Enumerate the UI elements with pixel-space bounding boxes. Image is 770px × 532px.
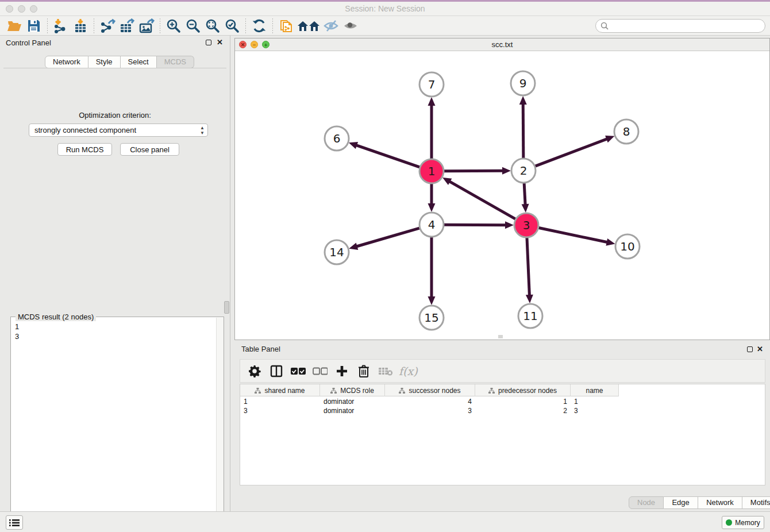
zoom-fit-button[interactable] xyxy=(203,17,222,34)
edge-4-3[interactable] xyxy=(444,225,507,225)
table-row[interactable]: 3dominator323 xyxy=(240,406,619,415)
close-window-button[interactable] xyxy=(6,5,13,13)
save-session-button[interactable] xyxy=(24,17,44,34)
edge-3-10[interactable] xyxy=(539,228,609,242)
import-table-icon xyxy=(73,18,88,33)
edge-3-1[interactable] xyxy=(449,181,515,219)
table-cell[interactable]: 3 xyxy=(385,406,475,415)
column-header-label: MCDS role xyxy=(340,387,374,395)
table-cell[interactable]: 3 xyxy=(571,406,619,415)
attribute-tree-icon xyxy=(399,388,405,394)
table-cell[interactable]: 4 xyxy=(385,397,475,406)
tab-network-table[interactable]: Network Table xyxy=(698,496,742,509)
minimize-network-button[interactable]: − xyxy=(251,41,258,48)
close-network-button[interactable]: ✕ xyxy=(239,41,247,48)
panel-divider-grip[interactable] xyxy=(224,301,229,314)
table-cell[interactable]: 3 xyxy=(240,406,320,415)
add-column-button[interactable] xyxy=(332,361,352,381)
import-network-button[interactable] xyxy=(51,17,71,34)
edge-1-2[interactable] xyxy=(444,171,504,171)
export-image-button[interactable] xyxy=(137,17,156,34)
import-table-button[interactable] xyxy=(71,17,90,34)
run-mcds-button[interactable]: Run MCDS xyxy=(57,143,112,156)
delete-column-button[interactable] xyxy=(354,361,374,381)
table-cell[interactable]: 1 xyxy=(475,397,571,406)
table-cell[interactable]: 1 xyxy=(571,397,619,406)
select-all-button[interactable] xyxy=(288,361,308,381)
apply-layout-button[interactable] xyxy=(249,17,269,34)
close-table-panel-icon[interactable]: ✕ xyxy=(757,346,763,353)
search-input[interactable] xyxy=(611,21,760,30)
export-table-icon xyxy=(119,18,135,33)
column-header-MCDS-role[interactable]: MCDS role xyxy=(320,384,385,396)
float-panel-icon[interactable] xyxy=(206,40,211,45)
tab-motifs[interactable]: Motifs xyxy=(742,496,770,509)
node-table[interactable]: shared nameMCDS rolesuccessor nodesprede… xyxy=(240,384,765,485)
hide-selected-button[interactable] xyxy=(321,17,341,34)
table-cell[interactable]: 2 xyxy=(475,406,571,415)
show-all-button[interactable] xyxy=(341,17,360,34)
hide-selected-eye-slash-icon xyxy=(323,19,339,33)
open-folder-button[interactable] xyxy=(5,17,24,34)
zoom-in-button[interactable] xyxy=(164,17,183,34)
edge-1-6[interactable] xyxy=(355,145,419,167)
column-header-label: shared name xyxy=(264,387,305,395)
edge-2-3[interactable] xyxy=(524,183,525,206)
tab-mcds[interactable]: MCDS xyxy=(157,56,194,68)
zoom-network-button[interactable]: ＋ xyxy=(262,41,270,48)
network-scroll-grip[interactable] xyxy=(498,335,503,338)
table-panel: Table Panel ✕ f(x) shared nameMCDS roles… xyxy=(234,340,770,511)
control-panel-title: Control Panel xyxy=(6,38,51,47)
table-cell[interactable]: dominator xyxy=(320,397,385,406)
edge-2-8[interactable] xyxy=(536,138,609,166)
column-header-shared-name[interactable]: shared name xyxy=(240,384,320,396)
toolbar-separator xyxy=(94,18,94,33)
table-cell[interactable]: dominator xyxy=(320,406,385,415)
edge-2-9[interactable] xyxy=(523,103,523,158)
show-columns-button[interactable] xyxy=(267,361,286,381)
edge-3-11[interactable] xyxy=(527,238,530,296)
table-settings-button[interactable] xyxy=(245,361,264,381)
edge-arrowhead xyxy=(522,204,529,213)
first-neighbors-button[interactable] xyxy=(296,17,321,34)
tab-network[interactable]: Network xyxy=(45,56,88,68)
window-controls[interactable] xyxy=(6,5,37,13)
network-window-controls[interactable]: ✕ − ＋ xyxy=(239,41,270,48)
column-header-successor-nodes[interactable]: successor nodes xyxy=(385,384,475,396)
minimize-window-button[interactable] xyxy=(18,5,25,13)
memory-button[interactable]: Memory xyxy=(722,516,764,529)
search-field[interactable] xyxy=(595,19,765,33)
tab-node-table[interactable]: Node Table xyxy=(629,496,664,509)
export-table-button[interactable] xyxy=(117,17,137,34)
column-header-name[interactable]: name xyxy=(571,384,619,396)
float-table-panel-icon[interactable] xyxy=(747,346,753,352)
tab-select[interactable]: Select xyxy=(121,56,157,68)
clone-network-button[interactable] xyxy=(276,17,296,34)
edge-arrowhead xyxy=(502,167,511,175)
close-panel-icon[interactable]: ✕ xyxy=(217,39,223,46)
mcds-result-title: MCDS result (2 nodes) xyxy=(16,313,96,321)
deselect-all-button[interactable] xyxy=(310,361,330,381)
zoom-out-button[interactable] xyxy=(183,17,203,34)
network-window-title: scc.txt xyxy=(235,38,769,51)
mcds-result-scrollbar[interactable] xyxy=(216,318,224,531)
optimization-criterion-select[interactable]: strongly connected component ▲▼ xyxy=(29,124,208,137)
column-header-predecessor-nodes[interactable]: predecessor nodes xyxy=(475,384,571,396)
table-row[interactable]: 1dominator411 xyxy=(240,397,619,406)
optimization-criterion-value: strongly connected component xyxy=(34,126,136,134)
close-panel-button[interactable]: Close panel xyxy=(120,143,179,156)
tab-style[interactable]: Style xyxy=(88,56,121,68)
zoom-selected-button[interactable] xyxy=(222,17,242,34)
edge-4-14[interactable] xyxy=(356,228,419,246)
edge-arrowhead xyxy=(606,238,615,246)
network-graph-canvas[interactable]: 7968124314101511 xyxy=(235,51,769,340)
export-network-button[interactable] xyxy=(98,17,117,34)
table-cell[interactable]: 1 xyxy=(240,397,320,406)
toggle-control-panel-button[interactable] xyxy=(6,515,23,530)
maximize-window-button[interactable] xyxy=(30,5,37,13)
memory-status-dot xyxy=(726,519,732,526)
open-folder-icon xyxy=(7,19,22,33)
table-panel-title: Table Panel xyxy=(241,345,280,353)
mcds-result-node: 3 xyxy=(15,331,19,341)
tab-edge-table[interactable]: Edge Table xyxy=(664,496,698,509)
